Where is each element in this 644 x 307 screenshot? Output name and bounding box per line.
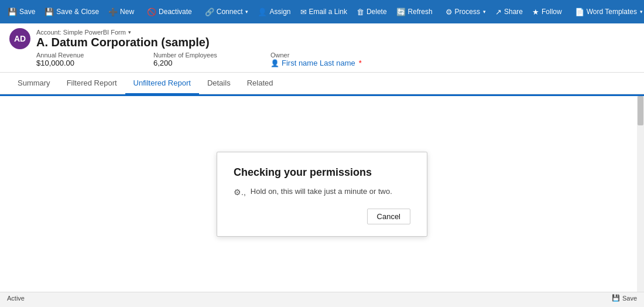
delete-icon: 🗑: [357, 8, 364, 16]
deactivate-button[interactable]: 🚫 Deactivate: [143, 5, 196, 19]
tab-summary[interactable]: Summary: [9, 73, 59, 94]
annual-revenue-value: $10,000.00: [36, 59, 130, 67]
share-icon: ↗: [495, 8, 502, 16]
owner-field: Owner 👤 First name Last name *: [270, 52, 364, 67]
avatar: AD: [9, 28, 30, 49]
status-text: Active: [7, 295, 25, 302]
new-icon: ➕: [108, 8, 118, 16]
tab-related[interactable]: Related: [239, 73, 282, 94]
assign-icon: 👤: [258, 8, 267, 16]
form-label[interactable]: Account: Simple PowerBI Form ▾: [36, 29, 210, 36]
tab-filtered-report[interactable]: Filtered Report: [59, 73, 125, 94]
status-save-label: Save: [622, 295, 637, 302]
save-close-icon: 💾: [44, 8, 54, 16]
word-templates-button[interactable]: 📄 Word Templates ▾: [571, 5, 644, 19]
connect-caret-icon: ▾: [245, 9, 248, 15]
refresh-button[interactable]: 🔄 Refresh: [392, 5, 437, 19]
required-indicator: *: [359, 59, 362, 67]
save-button[interactable]: 💾 Save: [4, 5, 39, 19]
save-icon: 💾: [8, 8, 17, 16]
deactivate-icon: 🚫: [147, 8, 156, 16]
assign-button[interactable]: 👤 Assign: [254, 5, 294, 19]
process-icon: ⚙: [446, 8, 453, 16]
main-content: Checking your permissions ⚙., Hold on, t…: [0, 94, 644, 292]
cancel-button[interactable]: Cancel: [367, 209, 410, 224]
share-button[interactable]: ↗ Share: [491, 5, 527, 19]
employees-field: Number of Employees 6,200: [153, 52, 247, 67]
permissions-dialog: Checking your permissions ⚙., Hold on, t…: [217, 152, 427, 237]
form-label-caret-icon: ▾: [128, 29, 131, 35]
word-templates-caret-icon: ▾: [640, 9, 643, 15]
refresh-icon: 🔄: [396, 8, 406, 16]
follow-icon: ★: [532, 8, 539, 16]
status-save-icon: 💾: [612, 294, 620, 302]
employees-value: 6,200: [153, 59, 247, 67]
toolbar: 💾 Save 💾 Save & Close ➕ New 🚫 Deactivate…: [0, 0, 644, 23]
owner-label: Owner: [270, 52, 364, 59]
record-header: AD Account: Simple PowerBI Form ▾ A. Dat…: [0, 23, 644, 73]
spinner-icon: ⚙.,: [234, 187, 246, 197]
owner-person-icon: 👤: [270, 59, 279, 67]
record-fields: Annual Revenue $10,000.00 Number of Empl…: [36, 52, 635, 72]
status-save-button[interactable]: 💾 Save: [612, 294, 637, 302]
annual-revenue-label: Annual Revenue: [36, 52, 130, 59]
new-button[interactable]: ➕ New: [104, 5, 138, 19]
owner-value[interactable]: 👤 First name Last name *: [270, 59, 364, 67]
employees-label: Number of Employees: [153, 52, 247, 59]
connect-button[interactable]: 🔗 Connect ▾: [201, 5, 253, 19]
tabs-bar: Summary Filtered Report Unfiltered Repor…: [0, 73, 644, 94]
dialog-title: Checking your permissions: [234, 166, 410, 179]
dialog-footer: Cancel: [234, 209, 410, 224]
email-link-button[interactable]: ✉ Email a Link: [296, 5, 351, 19]
record-name: A. Datum Corporation (sample): [36, 36, 210, 49]
process-caret-icon: ▾: [483, 9, 486, 15]
connect-icon: 🔗: [205, 8, 214, 16]
email-link-icon: ✉: [300, 8, 307, 16]
save-close-button[interactable]: 💾 Save & Close: [40, 5, 103, 19]
tab-details[interactable]: Details: [199, 73, 239, 94]
follow-button[interactable]: ★ Follow: [528, 5, 566, 19]
annual-revenue-field: Annual Revenue $10,000.00: [36, 52, 130, 67]
dialog-overlay: Checking your permissions ⚙., Hold on, t…: [0, 96, 644, 292]
tab-unfiltered-report[interactable]: Unfiltered Report: [125, 73, 199, 94]
word-templates-icon: 📄: [575, 8, 584, 16]
delete-button[interactable]: 🗑 Delete: [352, 5, 391, 19]
process-button[interactable]: ⚙ Process ▾: [441, 5, 490, 19]
status-bar: Active 💾 Save: [0, 292, 644, 303]
dialog-body: ⚙., Hold on, this will take just a minut…: [234, 187, 410, 197]
